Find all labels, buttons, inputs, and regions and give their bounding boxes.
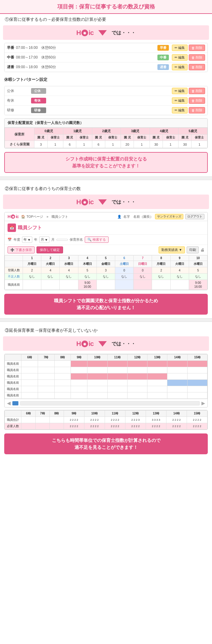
delete-btn-kokai[interactable]: 🗑 削除	[189, 88, 205, 94]
sum-th-12: 12時	[125, 411, 146, 417]
th-day-1: 1	[23, 255, 41, 261]
tl-name-3: 職員名前	[5, 373, 21, 380]
th-weekday-7: 日曜日	[134, 261, 152, 267]
message2-line1: 職員シフトで在園園児数と保育士指数が分かるため	[10, 297, 202, 304]
tl-c2-5	[87, 367, 107, 373]
tl-c1-2	[38, 361, 54, 367]
tl-c5-8	[147, 386, 167, 392]
shift-icon: 📅	[8, 224, 16, 232]
tl-arrow-left[interactable]: ◀	[7, 400, 11, 406]
alloc-sub-4-en: 園 児	[150, 135, 163, 141]
shift-row-oban: 遅番 09:00～18:00 休憩60分 遅番 ✏ 編集 🗑 削除	[5, 62, 207, 72]
tl-row-4: 職員名前	[5, 380, 207, 386]
sum-gokei-label: 職員合計	[5, 417, 21, 423]
edit-btn-kokai[interactable]: ✏ 編集	[172, 88, 188, 94]
tl-th-empty	[5, 354, 21, 361]
nursery-input[interactable]	[56, 239, 68, 241]
torokusuu-d4: 5	[78, 267, 97, 274]
tl-th-15: 15時	[187, 354, 207, 361]
edit-btn-oban[interactable]: ✏ 編集	[172, 64, 188, 70]
th-weekday-5: 金曜日	[97, 261, 115, 267]
torokusuu-label: 登園人数	[5, 267, 23, 274]
user-icon: 👤	[117, 215, 122, 219]
tl-c5-2	[38, 386, 54, 392]
sum-g-1	[21, 417, 36, 423]
tl-c1-8	[147, 361, 167, 367]
delete-btn-chuhan[interactable]: 🗑 削除	[189, 54, 205, 61]
message-box-1: シフト作成時に保育士配置の目安となる 基準を設定することができます！	[4, 152, 208, 173]
section2-intro: ②保育に従事する者のうちの保育士の数	[0, 183, 212, 195]
sum-h-4: 2 2 2 2	[64, 423, 84, 430]
torokusuu-d3: 4	[60, 267, 78, 274]
edit-btn-yukyu[interactable]: ✏ 編集	[172, 97, 188, 104]
month-select[interactable]: 月 ▼	[39, 236, 49, 243]
delete-btn-kenshu[interactable]: 🗑 削除	[189, 107, 205, 113]
torokusuu-d8: 2	[152, 267, 170, 274]
tl-c4-10	[187, 380, 207, 386]
tl-th-14: 14時	[167, 354, 187, 361]
tl-c5-5	[87, 386, 107, 392]
alloc-sub-2-ho: 保育士	[105, 135, 121, 141]
delete-btn-yukyu[interactable]: 🗑 削除	[189, 97, 205, 104]
dl-btn-label: 下書き保存	[15, 248, 32, 252]
alloc-th-0sai: 0歳児	[34, 128, 63, 135]
th-day-4: 4	[78, 255, 97, 261]
alloc-th-4sai: 4歳児	[150, 128, 179, 135]
tl-arrow-right[interactable]: ▶	[201, 400, 205, 406]
mockup-topbar: H◉ic 🏠 TOPページ » 職員シフト 👤 名字 名前（園長） サンライズキ…	[5, 212, 207, 221]
message2-line2: 過不足の心配がいりません！	[10, 304, 202, 311]
save-button[interactable]: 保存して確定	[36, 246, 63, 253]
mockup-user-info: 👤 名字 名前（園長） サンライズキッズ ログアウト	[117, 214, 204, 219]
torokusuu-d7: 0	[134, 267, 152, 274]
alloc-val-0: 3	[34, 141, 47, 148]
dl-button[interactable]: ➕ 下書き保存	[8, 246, 35, 253]
alloc-table: 保育所 0歳児 1歳児 2歳児 3歳児 4歳児 5歳児 園 児 保育士 園 児 …	[5, 128, 207, 148]
fusokusuu-d7: なし	[134, 274, 152, 280]
edit-btn-hayam[interactable]: ✏ 編集	[172, 45, 188, 51]
delete-btn-hayam[interactable]: 🗑 削除	[189, 45, 205, 51]
sum-g-10: 2 2 2 2	[187, 417, 207, 423]
tl-c6-3	[54, 392, 71, 399]
search-button[interactable]: 🔍 検索する	[85, 236, 109, 243]
sunrise-btn[interactable]: サンライズキッズ	[155, 214, 183, 219]
logout-btn[interactable]: ログアウト	[185, 214, 204, 219]
tl-th-8: 8時	[54, 354, 71, 361]
shift-mockup: H◉ic 🏠 TOPページ » 職員シフト 👤 名字 名前（園長） サンライズキ…	[4, 212, 208, 290]
torokusuu-row: 登園人数 2 4 4 5 3 0 0 2 4 5	[5, 267, 207, 274]
alloc-sub-1-ho: 保育士	[76, 135, 92, 141]
print-icon: 🖨	[201, 248, 204, 252]
tl-th-11: 11時	[107, 354, 127, 361]
tl-c1-1	[21, 361, 38, 367]
sum-h-10: 2 2 2 2	[187, 423, 207, 430]
banner-text-1: では・・・	[112, 30, 136, 36]
th-weekday-10: 水曜日	[189, 261, 207, 267]
fusokusuu-d4: なし	[78, 274, 97, 280]
sum-th-11: 11時	[105, 411, 125, 417]
tl-row-1: 職員名前	[5, 361, 207, 367]
sum-h-5: 2 2 2 2	[84, 423, 105, 430]
sum-row-hitsuyou: 必要人数 2 2 2 2 2 2 2 2 2 2 2 2 2 2 2 2 2 2…	[5, 423, 207, 430]
jisseki-button[interactable]: 勤務実績表 ▼	[159, 246, 185, 253]
pattern-badge-yukyu: 有休	[31, 98, 46, 103]
year-select[interactable]: 年 ▼	[22, 236, 32, 243]
section3-intro: ③延長保育事業→保育従事者が不足していないか	[0, 325, 212, 336]
alloc-val-2: 6	[63, 141, 76, 148]
search-icon: 🔍	[87, 238, 92, 241]
shift-container: 早番 07:00～16:00 休憩60分 早番 ✏ 編集 🗑 削除 中番 08:…	[4, 43, 208, 72]
print-button[interactable]: 印刷	[187, 246, 199, 253]
delete-btn-oban[interactable]: 🗑 削除	[189, 64, 205, 70]
mockup-controls: 📅 年度 年 ▼ 年 月 ▼ 月 保育所名 🔍 検索する	[5, 235, 207, 245]
edit-btn-kenshu[interactable]: ✏ 編集	[172, 107, 188, 113]
tl-c3-9	[167, 373, 187, 380]
tl-scroll-thumb[interactable]	[12, 401, 18, 405]
tl-c2-9	[167, 367, 187, 373]
tl-th-9: 9時	[71, 354, 87, 361]
tl-th-6: 6時	[21, 354, 38, 361]
edit-btn-chuhan[interactable]: ✏ 編集	[172, 54, 188, 61]
pattern-row-kokai: 公休 公休 ✏ 編集 🗑 削除	[5, 86, 207, 96]
sum-th-9: 9時	[64, 411, 84, 417]
tl-c2-1	[21, 367, 38, 373]
mockup-title-row: 📅 職員シフト	[5, 221, 207, 235]
shift-badge-chuhan: 中番	[157, 55, 169, 60]
tl-c6-7	[127, 392, 147, 399]
